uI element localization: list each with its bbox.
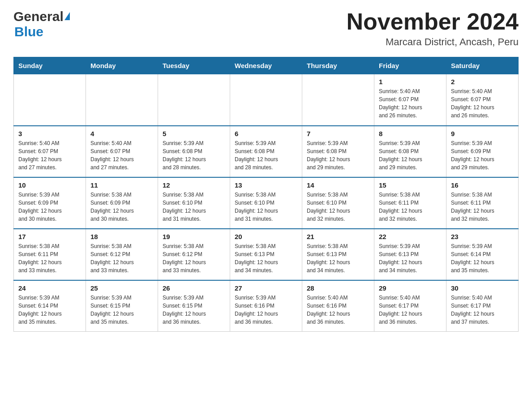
day-info: Sunrise: 5:40 AM Sunset: 6:07 PM Dayligh…	[18, 139, 81, 171]
day-number: 24	[18, 284, 81, 292]
day-number: 29	[379, 284, 442, 292]
calendar-cell: 28Sunrise: 5:40 AM Sunset: 6:16 PM Dayli…	[302, 280, 374, 332]
weekday-header-thursday: Thursday	[302, 57, 374, 74]
day-number: 2	[451, 78, 514, 86]
day-info: Sunrise: 5:38 AM Sunset: 6:10 PM Dayligh…	[235, 191, 297, 223]
calendar-cell: 17Sunrise: 5:38 AM Sunset: 6:11 PM Dayli…	[14, 229, 86, 280]
calendar-cell: 30Sunrise: 5:40 AM Sunset: 6:17 PM Dayli…	[446, 280, 519, 332]
day-number: 10	[18, 181, 81, 189]
day-info: Sunrise: 5:38 AM Sunset: 6:10 PM Dayligh…	[163, 191, 225, 223]
day-number: 9	[451, 130, 514, 137]
page-header: General Blue November 2024 Marcara Distr…	[13, 9, 519, 48]
calendar-cell: 26Sunrise: 5:39 AM Sunset: 6:15 PM Dayli…	[158, 280, 230, 332]
calendar-cell: 20Sunrise: 5:38 AM Sunset: 6:13 PM Dayli…	[230, 229, 302, 280]
calendar-table: SundayMondayTuesdayWednesdayThursdayFrid…	[13, 57, 519, 332]
calendar-cell: 15Sunrise: 5:38 AM Sunset: 6:11 PM Dayli…	[374, 177, 446, 229]
day-info: Sunrise: 5:38 AM Sunset: 6:10 PM Dayligh…	[307, 191, 369, 223]
calendar-cell: 8Sunrise: 5:39 AM Sunset: 6:08 PM Daylig…	[374, 126, 446, 177]
calendar-cell: 1Sunrise: 5:40 AM Sunset: 6:07 PM Daylig…	[374, 74, 446, 126]
day-number: 4	[90, 130, 153, 137]
day-number: 12	[163, 181, 225, 189]
day-info: Sunrise: 5:39 AM Sunset: 6:14 PM Dayligh…	[18, 294, 81, 326]
day-number: 13	[235, 181, 297, 189]
day-number: 23	[451, 233, 514, 240]
calendar-cell: 19Sunrise: 5:38 AM Sunset: 6:12 PM Dayli…	[158, 229, 230, 280]
calendar-cell: 29Sunrise: 5:40 AM Sunset: 6:17 PM Dayli…	[374, 280, 446, 332]
weekday-header-monday: Monday	[86, 57, 158, 74]
calendar-cell	[230, 74, 302, 126]
day-info: Sunrise: 5:38 AM Sunset: 6:11 PM Dayligh…	[379, 191, 442, 223]
day-info: Sunrise: 5:39 AM Sunset: 6:16 PM Dayligh…	[235, 294, 297, 326]
calendar-cell: 12Sunrise: 5:38 AM Sunset: 6:10 PM Dayli…	[158, 177, 230, 229]
logo-general-text: General	[13, 9, 64, 24]
calendar-cell: 5Sunrise: 5:39 AM Sunset: 6:08 PM Daylig…	[158, 126, 230, 177]
day-number: 15	[379, 181, 442, 189]
calendar-cell: 11Sunrise: 5:38 AM Sunset: 6:09 PM Dayli…	[86, 177, 158, 229]
day-info: Sunrise: 5:38 AM Sunset: 6:11 PM Dayligh…	[18, 242, 81, 274]
day-info: Sunrise: 5:39 AM Sunset: 6:09 PM Dayligh…	[451, 139, 514, 171]
day-info: Sunrise: 5:39 AM Sunset: 6:08 PM Dayligh…	[163, 139, 225, 171]
day-info: Sunrise: 5:39 AM Sunset: 6:08 PM Dayligh…	[379, 139, 442, 171]
calendar-cell: 9Sunrise: 5:39 AM Sunset: 6:09 PM Daylig…	[446, 126, 519, 177]
day-number: 14	[307, 181, 369, 189]
day-number: 17	[18, 233, 81, 240]
day-info: Sunrise: 5:38 AM Sunset: 6:12 PM Dayligh…	[90, 242, 153, 274]
day-number: 7	[307, 130, 369, 137]
calendar-cell: 23Sunrise: 5:39 AM Sunset: 6:14 PM Dayli…	[446, 229, 519, 280]
calendar-cell	[14, 74, 86, 126]
day-number: 6	[235, 130, 297, 137]
calendar-week-row: 17Sunrise: 5:38 AM Sunset: 6:11 PM Dayli…	[14, 229, 519, 280]
day-number: 18	[90, 233, 153, 240]
day-number: 30	[451, 284, 514, 292]
day-info: Sunrise: 5:40 AM Sunset: 6:17 PM Dayligh…	[379, 294, 442, 326]
day-number: 25	[90, 284, 153, 292]
calendar-cell: 25Sunrise: 5:39 AM Sunset: 6:15 PM Dayli…	[86, 280, 158, 332]
calendar-cell: 24Sunrise: 5:39 AM Sunset: 6:14 PM Dayli…	[14, 280, 86, 332]
calendar-cell: 27Sunrise: 5:39 AM Sunset: 6:16 PM Dayli…	[230, 280, 302, 332]
calendar-week-row: 24Sunrise: 5:39 AM Sunset: 6:14 PM Dayli…	[14, 280, 519, 332]
calendar-cell: 16Sunrise: 5:38 AM Sunset: 6:11 PM Dayli…	[446, 177, 519, 229]
calendar-body: 1Sunrise: 5:40 AM Sunset: 6:07 PM Daylig…	[14, 74, 519, 332]
calendar-week-row: 10Sunrise: 5:39 AM Sunset: 6:09 PM Dayli…	[14, 177, 519, 229]
logo-triangle-icon	[64, 12, 70, 20]
day-number: 19	[163, 233, 225, 240]
day-info: Sunrise: 5:38 AM Sunset: 6:13 PM Dayligh…	[235, 242, 297, 274]
weekday-header-saturday: Saturday	[446, 57, 519, 74]
day-info: Sunrise: 5:40 AM Sunset: 6:07 PM Dayligh…	[379, 87, 442, 120]
day-number: 3	[18, 130, 81, 137]
weekday-header-tuesday: Tuesday	[158, 57, 230, 74]
weekday-header-row: SundayMondayTuesdayWednesdayThursdayFrid…	[14, 57, 519, 74]
day-info: Sunrise: 5:40 AM Sunset: 6:07 PM Dayligh…	[90, 139, 153, 171]
day-info: Sunrise: 5:38 AM Sunset: 6:13 PM Dayligh…	[307, 242, 369, 274]
calendar-cell: 21Sunrise: 5:38 AM Sunset: 6:13 PM Dayli…	[302, 229, 374, 280]
day-number: 11	[90, 181, 153, 189]
calendar-cell: 14Sunrise: 5:38 AM Sunset: 6:10 PM Dayli…	[302, 177, 374, 229]
calendar-cell: 13Sunrise: 5:38 AM Sunset: 6:10 PM Dayli…	[230, 177, 302, 229]
title-block: November 2024 Marcara District, Ancash, …	[347, 9, 519, 48]
calendar-cell: 2Sunrise: 5:40 AM Sunset: 6:07 PM Daylig…	[446, 74, 519, 126]
weekday-header-friday: Friday	[374, 57, 446, 74]
calendar-cell	[158, 74, 230, 126]
page-title: November 2024	[347, 9, 519, 34]
day-info: Sunrise: 5:38 AM Sunset: 6:11 PM Dayligh…	[451, 191, 514, 223]
day-info: Sunrise: 5:39 AM Sunset: 6:13 PM Dayligh…	[379, 242, 442, 274]
day-number: 27	[235, 284, 297, 292]
day-info: Sunrise: 5:39 AM Sunset: 6:09 PM Dayligh…	[18, 191, 81, 223]
logo-blue-text: Blue	[14, 24, 43, 39]
day-info: Sunrise: 5:39 AM Sunset: 6:08 PM Dayligh…	[307, 139, 369, 171]
day-info: Sunrise: 5:38 AM Sunset: 6:12 PM Dayligh…	[163, 242, 225, 274]
weekday-header-sunday: Sunday	[14, 57, 86, 74]
day-number: 22	[379, 233, 442, 240]
calendar-cell: 4Sunrise: 5:40 AM Sunset: 6:07 PM Daylig…	[86, 126, 158, 177]
day-number: 8	[379, 130, 442, 137]
calendar-cell: 22Sunrise: 5:39 AM Sunset: 6:13 PM Dayli…	[374, 229, 446, 280]
day-info: Sunrise: 5:40 AM Sunset: 6:07 PM Dayligh…	[451, 87, 514, 120]
calendar-week-row: 3Sunrise: 5:40 AM Sunset: 6:07 PM Daylig…	[14, 126, 519, 177]
day-info: Sunrise: 5:40 AM Sunset: 6:16 PM Dayligh…	[307, 294, 369, 326]
day-info: Sunrise: 5:40 AM Sunset: 6:17 PM Dayligh…	[451, 294, 514, 326]
day-number: 21	[307, 233, 369, 240]
calendar-cell: 6Sunrise: 5:39 AM Sunset: 6:08 PM Daylig…	[230, 126, 302, 177]
calendar-cell: 7Sunrise: 5:39 AM Sunset: 6:08 PM Daylig…	[302, 126, 374, 177]
calendar-cell: 18Sunrise: 5:38 AM Sunset: 6:12 PM Dayli…	[86, 229, 158, 280]
weekday-header-wednesday: Wednesday	[230, 57, 302, 74]
